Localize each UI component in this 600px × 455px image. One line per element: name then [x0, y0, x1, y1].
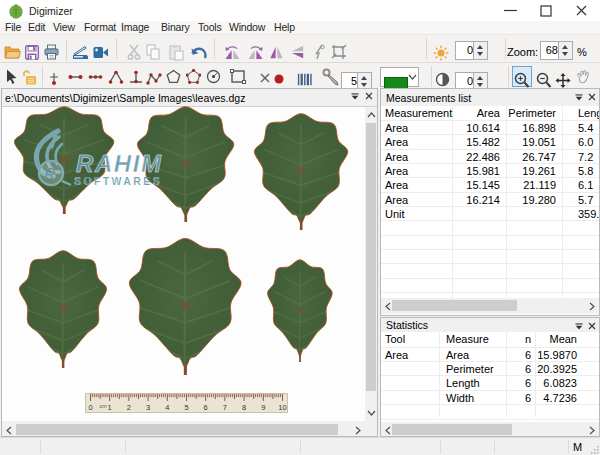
- svg-text:2: 2: [127, 403, 131, 412]
- svg-text:8: 8: [242, 403, 246, 412]
- svg-text:6: 6: [204, 403, 208, 412]
- svg-text:cm: cm: [100, 403, 108, 409]
- svg-text:5: 5: [184, 403, 188, 412]
- svg-text:0: 0: [88, 403, 92, 412]
- svg-text:9: 9: [261, 403, 265, 412]
- svg-text:SOFTWARES: SOFTWARES: [74, 175, 162, 187]
- svg-text:10: 10: [278, 403, 286, 412]
- svg-text:1: 1: [108, 403, 112, 412]
- svg-text:RAHIM: RAHIM: [76, 150, 163, 177]
- svg-text:7: 7: [223, 403, 227, 412]
- svg-text:R: R: [44, 166, 56, 183]
- svg-text:4: 4: [165, 403, 169, 412]
- svg-text:3: 3: [146, 403, 150, 412]
